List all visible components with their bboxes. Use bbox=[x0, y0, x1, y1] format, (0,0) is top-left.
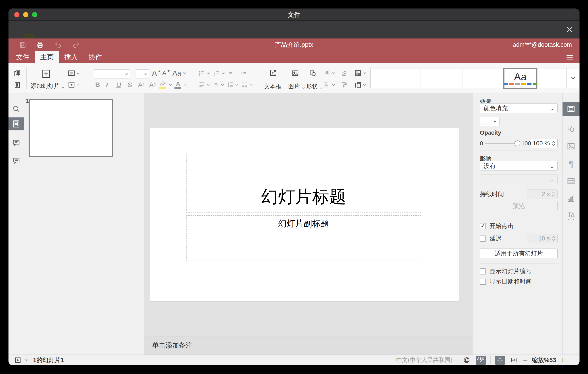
decrease-font-icon[interactable]: A▼ bbox=[162, 69, 170, 78]
underline-icon[interactable]: U bbox=[116, 80, 121, 89]
horizontal-align-chevron-icon[interactable] bbox=[206, 83, 210, 87]
font-size-select[interactable] bbox=[136, 69, 149, 79]
align-shape-icon[interactable] bbox=[323, 80, 332, 89]
increase-font-icon[interactable]: A▲ bbox=[152, 69, 161, 78]
slide-thumbnail[interactable] bbox=[29, 99, 113, 157]
highlight-chevron-icon[interactable] bbox=[168, 83, 172, 87]
close-icon[interactable] bbox=[565, 25, 574, 34]
font-color-icon[interactable]: A bbox=[174, 80, 182, 89]
slide-layout-chevron-icon[interactable] bbox=[76, 71, 80, 75]
paragraph-settings-tab-icon[interactable]: ¶ bbox=[563, 157, 579, 171]
language-selector[interactable]: 中文(中华人民共和国) bbox=[396, 356, 458, 364]
document-language-icon[interactable] bbox=[462, 356, 471, 365]
opacity-slider[interactable] bbox=[485, 143, 517, 144]
delay-spinbox[interactable]: 10 s bbox=[527, 234, 558, 243]
textbox-label[interactable]: 文本框 bbox=[261, 83, 285, 90]
slide-size-chevron-icon[interactable] bbox=[362, 83, 366, 87]
tab-insert[interactable]: 插入 bbox=[59, 51, 83, 63]
chat-icon[interactable] bbox=[9, 154, 24, 167]
start-slideshow-status-icon[interactable] bbox=[13, 356, 22, 365]
slideshow-status-chevron-icon[interactable] bbox=[25, 358, 29, 362]
fit-slide-icon[interactable] bbox=[495, 356, 505, 365]
tab-home[interactable]: 主页 bbox=[35, 51, 59, 63]
apply-to-all-button[interactable]: 适用于所有幻灯片 bbox=[480, 248, 558, 258]
slideshow-chevron-icon[interactable] bbox=[76, 83, 80, 87]
start-on-click-checkbox[interactable]: ✓ bbox=[480, 223, 486, 229]
columns-chevron-icon[interactable] bbox=[249, 83, 253, 87]
fit-width-icon[interactable] bbox=[509, 356, 518, 365]
background-color-picker[interactable] bbox=[480, 117, 500, 126]
increase-indent-icon[interactable] bbox=[239, 69, 248, 78]
color-scheme-icon[interactable] bbox=[353, 69, 362, 78]
subscript-icon[interactable]: A2 bbox=[149, 80, 156, 89]
title-placeholder[interactable]: 幻灯片标题 bbox=[186, 154, 421, 213]
superscript-icon[interactable]: A2 bbox=[138, 80, 145, 89]
theme-option[interactable] bbox=[462, 68, 503, 88]
tab-collaboration[interactable]: 协作 bbox=[83, 51, 107, 63]
show-slide-number-checkbox[interactable] bbox=[480, 268, 486, 275]
theme-option[interactable] bbox=[420, 68, 462, 88]
insert-image-icon[interactable] bbox=[291, 69, 300, 78]
line-spacing-icon[interactable] bbox=[226, 80, 235, 89]
clear-style-icon[interactable] bbox=[340, 69, 348, 78]
bullets-chevron-icon[interactable] bbox=[206, 71, 210, 75]
duration-spinbox[interactable]: 2 s bbox=[527, 189, 558, 199]
show-date-time-checkbox[interactable] bbox=[480, 279, 486, 285]
effect-type-select[interactable] bbox=[480, 175, 558, 184]
menu-icon[interactable] bbox=[565, 52, 575, 62]
horizontal-align-icon[interactable] bbox=[197, 80, 206, 89]
line-spacing-chevron-icon[interactable] bbox=[235, 83, 239, 87]
add-slide-button[interactable] bbox=[41, 69, 51, 78]
opacity-slider-knob[interactable] bbox=[514, 141, 520, 146]
zoom-in-icon[interactable]: + bbox=[560, 356, 565, 364]
shape-label[interactable]: 形状 bbox=[303, 83, 326, 90]
paste-icon[interactable] bbox=[13, 80, 22, 89]
strikethrough-icon[interactable]: S bbox=[127, 80, 132, 89]
copy-icon[interactable] bbox=[13, 69, 22, 78]
chart-settings-tab-icon[interactable] bbox=[563, 192, 579, 206]
arrange-chevron-icon[interactable] bbox=[332, 71, 336, 75]
color-scheme-chevron-icon[interactable] bbox=[362, 71, 366, 75]
table-settings-tab-icon[interactable] bbox=[563, 174, 579, 188]
notes-area[interactable]: 单击添加备注 bbox=[144, 336, 472, 354]
bullets-icon[interactable] bbox=[197, 69, 206, 78]
decrease-indent-icon[interactable] bbox=[225, 69, 234, 78]
preview-button[interactable]: 预览 bbox=[480, 201, 558, 211]
tab-file[interactable]: 文件 bbox=[11, 51, 35, 63]
theme-selected[interactable]: Aa bbox=[503, 68, 537, 89]
slides-panel-icon[interactable] bbox=[9, 117, 24, 130]
delay-checkbox[interactable] bbox=[480, 236, 486, 242]
font-color-chevron-icon[interactable] bbox=[183, 83, 187, 87]
slide-settings-tab-icon[interactable] bbox=[563, 102, 579, 116]
vertical-align-icon[interactable] bbox=[211, 80, 220, 89]
zoom-out-icon[interactable]: − bbox=[523, 356, 527, 364]
image-settings-tab-icon[interactable] bbox=[563, 139, 579, 153]
search-icon[interactable] bbox=[9, 102, 24, 115]
subtitle-placeholder[interactable]: 幻灯片副标题 bbox=[186, 215, 421, 261]
start-slideshow-icon[interactable] bbox=[67, 80, 76, 89]
copy-style-icon[interactable] bbox=[340, 80, 348, 89]
effect-select[interactable]: 没有 bbox=[480, 161, 558, 171]
arrange-shape-icon[interactable] bbox=[323, 69, 332, 78]
textart-settings-tab-icon[interactable]: Ta bbox=[563, 209, 579, 223]
comments-icon[interactable] bbox=[9, 136, 24, 149]
highlight-color-icon[interactable] bbox=[158, 80, 167, 89]
align-shape-chevron-icon[interactable] bbox=[332, 83, 336, 87]
theme-gallery-expand-icon[interactable] bbox=[566, 68, 579, 88]
add-slide-label[interactable]: 添加幻灯片 bbox=[30, 82, 66, 90]
opacity-spinbox[interactable]: 100 % bbox=[531, 139, 558, 148]
slide-size-icon[interactable] bbox=[353, 80, 362, 89]
slide-canvas[interactable]: 幻灯片标题 幻灯片副标题 bbox=[150, 128, 459, 301]
columns-icon[interactable] bbox=[240, 80, 249, 89]
numbering-chevron-icon[interactable] bbox=[221, 71, 225, 75]
insert-shape-icon[interactable] bbox=[308, 69, 317, 78]
theme-option[interactable] bbox=[537, 68, 567, 88]
font-name-select[interactable] bbox=[94, 69, 130, 79]
italic-icon[interactable]: I bbox=[106, 80, 108, 89]
slide-layout-icon[interactable] bbox=[67, 69, 76, 78]
textbox-icon[interactable] bbox=[268, 69, 277, 78]
bold-icon[interactable]: B bbox=[95, 80, 100, 89]
spellcheck-icon[interactable]: ABC✓ bbox=[476, 356, 486, 365]
vertical-align-chevron-icon[interactable] bbox=[220, 83, 224, 87]
theme-option[interactable] bbox=[371, 68, 420, 88]
